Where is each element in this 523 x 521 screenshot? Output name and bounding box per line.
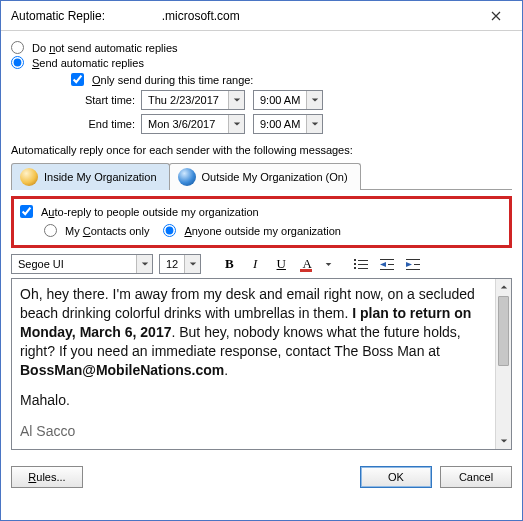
close-icon (491, 11, 501, 21)
start-date-combo[interactable]: Thu 2/23/2017 (141, 90, 245, 110)
arrow-left-icon (380, 262, 386, 267)
message-paragraph: Mahalo. (20, 391, 487, 410)
chevron-down-icon (228, 91, 244, 109)
scroll-track[interactable] (496, 367, 511, 433)
start-time-row: Start time: Thu 2/23/2017 9:00 AM (71, 90, 512, 110)
chevron-down-icon (184, 255, 200, 273)
start-date-value: Thu 2/23/2017 (142, 94, 228, 106)
font-combo[interactable]: Segoe UI (11, 254, 153, 274)
start-label: Start time: (71, 94, 141, 106)
radio-do-not-send[interactable]: Do not send automatic replies (11, 41, 512, 54)
end-time-combo[interactable]: 9:00 AM (253, 114, 323, 134)
message-paragraph: Oh, hey there. I'm away from my desk and… (20, 285, 487, 379)
end-date-value: Mon 3/6/2017 (142, 118, 228, 130)
radio-contacts-only-input[interactable] (44, 224, 57, 237)
close-button[interactable] (476, 3, 516, 29)
chevron-down-icon (228, 115, 244, 133)
underline-button[interactable]: U (271, 254, 291, 274)
rules-button[interactable]: Rules... (11, 466, 83, 488)
tab-inside-label: Inside My Organization (44, 171, 157, 183)
tab-inside[interactable]: Inside My Organization (11, 163, 170, 190)
radio-send[interactable]: Send automatic replies (11, 56, 512, 69)
chevron-down-icon (306, 91, 322, 109)
title-prefix: Automatic Replie: (11, 9, 105, 23)
chevron-down-icon (136, 255, 152, 273)
end-label: End time: (71, 118, 141, 130)
font-color-dropdown[interactable] (323, 254, 333, 274)
globe-icon (178, 168, 196, 186)
scroll-up-button[interactable] (496, 279, 511, 295)
dialog-footer: Rules... OK Cancel (1, 458, 522, 496)
radio-do-not-send-input[interactable] (11, 41, 24, 54)
radio-anyone-outside[interactable]: Anyone outside my organization (163, 224, 341, 237)
font-color-button[interactable]: A (297, 254, 317, 274)
only-send-check[interactable]: Only send during this time range: (71, 73, 512, 86)
globe-icon (20, 168, 38, 186)
ok-button[interactable]: OK (360, 466, 432, 488)
auto-reply-outside-check-input[interactable] (20, 205, 33, 218)
tab-outside[interactable]: Outside My Organization (On) (169, 163, 361, 190)
font-value: Segoe UI (12, 258, 136, 270)
message-editor[interactable]: Oh, hey there. I'm away from my desk and… (12, 279, 495, 449)
bullet-list-button[interactable] (351, 254, 371, 274)
reply-once-label: Automatically reply once for each sender… (11, 144, 512, 156)
italic-button[interactable]: I (245, 254, 265, 274)
message-paragraph: Al Sacco (20, 422, 487, 441)
auto-reply-outside-check[interactable]: Auto-reply to people outside my organiza… (20, 205, 503, 218)
only-send-check-input[interactable] (71, 73, 84, 86)
editor-scrollbar[interactable] (495, 279, 511, 449)
increase-indent-button[interactable] (403, 254, 423, 274)
scroll-down-button[interactable] (496, 433, 511, 449)
tab-strip: Inside My Organization Outside My Organi… (11, 162, 512, 190)
title-suffix: .microsoft.com (162, 9, 240, 23)
radio-contacts-only[interactable]: My Contacts only (44, 224, 149, 237)
outside-options-highlight: Auto-reply to people outside my organiza… (11, 196, 512, 248)
start-time-combo[interactable]: 9:00 AM (253, 90, 323, 110)
end-date-combo[interactable]: Mon 3/6/2017 (141, 114, 245, 134)
message-editor-wrap: Oh, hey there. I'm away from my desk and… (11, 278, 512, 450)
start-time-value: 9:00 AM (254, 94, 306, 106)
font-size-value: 12 (160, 258, 184, 270)
window-title: Automatic Replie: .microsoft.com (11, 9, 476, 23)
font-size-combo[interactable]: 12 (159, 254, 201, 274)
end-time-value: 9:00 AM (254, 118, 306, 130)
scroll-thumb[interactable] (498, 296, 509, 366)
radio-send-input[interactable] (11, 56, 24, 69)
decrease-indent-button[interactable] (377, 254, 397, 274)
cancel-button[interactable]: Cancel (440, 466, 512, 488)
chevron-down-icon (306, 115, 322, 133)
tab-outside-label: Outside My Organization (On) (202, 171, 348, 183)
arrow-right-icon (406, 262, 412, 267)
format-toolbar: Segoe UI 12 B I U A (11, 252, 512, 276)
bold-button[interactable]: B (219, 254, 239, 274)
title-bar: Automatic Replie: .microsoft.com (1, 1, 522, 31)
time-range-block: Only send during this time range: Start … (71, 73, 512, 134)
end-time-row: End time: Mon 3/6/2017 9:00 AM (71, 114, 512, 134)
radio-anyone-outside-input[interactable] (163, 224, 176, 237)
